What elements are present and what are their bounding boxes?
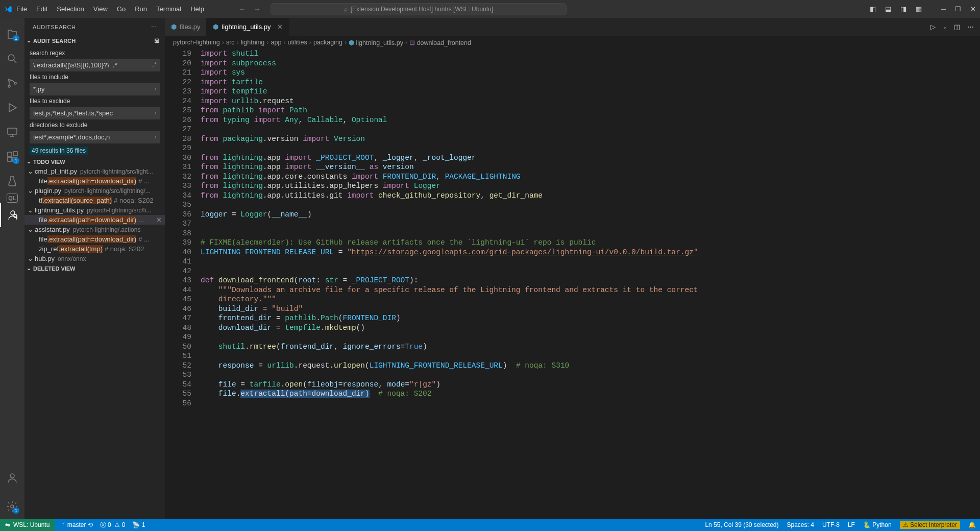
layout-panel-icon[interactable]: ⬓ [885, 5, 891, 13]
maximize-icon[interactable]: ☐ [955, 5, 961, 13]
history-icon[interactable]: › [155, 109, 157, 116]
regex-label: search regex [30, 50, 160, 57]
layout-customize-icon[interactable]: ▦ [916, 5, 922, 13]
menu-go[interactable]: Go [113, 3, 130, 15]
tree-match[interactable]: file.extractall(path=download_dir)# ... [24, 234, 165, 244]
ports-indicator[interactable]: 📡 1 [132, 521, 145, 528]
save-icon[interactable]: 🖫 [154, 38, 160, 44]
run-debug-icon[interactable] [0, 95, 24, 120]
editor-area: ⬢files.py⬢lightning_utils.py✕ ▷ ⌄ ◫ ⋯ py… [165, 18, 980, 519]
dismiss-icon[interactable]: ✕ [156, 216, 162, 224]
tree-file[interactable]: ⌄cmd_pl_init.pypytorch-lightning/src/lig… [24, 166, 165, 176]
results-tree: ⌄cmd_pl_init.pypytorch-lightning/src/lig… [24, 166, 165, 263]
regex-input[interactable] [30, 59, 160, 71]
regex-mode-icon[interactable]: .* [152, 61, 157, 68]
tree-file[interactable]: ⌄lightning_utils.pypytorch-lightning/src… [24, 205, 165, 215]
vscode-logo-icon [4, 5, 12, 13]
split-editor-icon[interactable]: ◫ [954, 23, 960, 31]
breadcrumb-segment[interactable]: ⬢ lightning_utils.py [349, 39, 403, 46]
svg-point-2 [8, 85, 10, 87]
include-input[interactable] [30, 83, 160, 95]
tab-files-py[interactable]: ⬢files.py [165, 18, 207, 36]
tree-match[interactable]: tf.extractall(source_path)# noqa: S202 [24, 196, 165, 205]
settings-gear-icon[interactable]: 1 [0, 494, 24, 519]
code-editor[interactable]: 1920212223242526272829303132333435363738… [165, 49, 980, 519]
command-center[interactable]: ⌕ [Extension Development Host] huntrs [W… [271, 3, 567, 15]
breadcrumb-segment[interactable]: utilities [288, 39, 307, 46]
breadcrumb-segment[interactable]: src [226, 39, 235, 46]
accounts-icon[interactable] [0, 466, 24, 490]
status-bar: ⇋ WSL: Ubuntu ᚶ master ⟲ ⓧ 0 ⚠ 0 📡 1 Ln … [0, 519, 980, 531]
breadcrumb-segment[interactable]: pytorch-lightning [173, 39, 220, 46]
dirs-exclude-input[interactable] [30, 131, 160, 143]
remote-indicator[interactable]: ⇋ WSL: Ubuntu [0, 519, 55, 531]
cursor-position[interactable]: Ln 55, Col 39 (30 selected) [705, 521, 778, 528]
section-deleted-view[interactable]: ⌄DELETED VIEW [24, 263, 165, 273]
tree-match[interactable]: zip_ref.extractall(tmp)# noqa: S202 [24, 244, 165, 254]
menu-terminal[interactable]: Terminal [152, 3, 185, 15]
menu-file[interactable]: File [12, 3, 31, 15]
tree-match[interactable]: file.extractall(path=download_dir)...✕ [24, 215, 165, 225]
breadcrumb-segment[interactable]: ⊡ download_frontend [409, 39, 471, 46]
tree-file[interactable]: ⌄plugin.pypytorch-lightning/src/lightnin… [24, 186, 165, 196]
encoding[interactable]: UTF-8 [822, 521, 840, 528]
svg-point-1 [8, 79, 10, 81]
notifications-icon[interactable]: 🔔 [968, 521, 976, 528]
nav-arrows: ← → [239, 5, 260, 13]
menu-view[interactable]: View [89, 3, 112, 15]
layout-sidebar-right-icon[interactable]: ◨ [900, 5, 906, 13]
section-audit-search[interactable]: ⌄AUDIT SEARCH 🖫 [24, 36, 165, 45]
badge: 1 [13, 508, 19, 514]
select-interpreter[interactable]: ⚠ Select Interpreter [900, 521, 960, 529]
problems-indicator[interactable]: ⓧ 0 ⚠ 0 [100, 521, 126, 529]
code-content[interactable]: import shutilimport subprocessimport sys… [201, 49, 934, 519]
breadcrumb[interactable]: pytorch-lightning›src›lightning›app›util… [165, 36, 980, 49]
menu-run[interactable]: Run [131, 3, 151, 15]
source-control-icon[interactable] [0, 71, 24, 95]
run-dropdown-icon[interactable]: ⌄ [943, 24, 947, 30]
search-activity-icon[interactable] [0, 46, 24, 71]
menu-edit[interactable]: Edit [32, 3, 52, 15]
close-tab-icon[interactable]: ✕ [277, 23, 283, 31]
breadcrumb-segment[interactable]: app [271, 39, 281, 46]
eol[interactable]: LF [848, 521, 855, 528]
explorer-icon[interactable]: 1 [0, 22, 24, 46]
menu-bar: FileEditSelectionViewGoRunTerminalHelp [12, 3, 208, 15]
breadcrumb-segment[interactable]: packaging [313, 39, 342, 46]
history-icon[interactable]: › [155, 133, 157, 140]
exclude-input[interactable] [30, 107, 160, 119]
extensions-icon[interactable]: 1 [0, 144, 24, 169]
testing-icon[interactable] [0, 169, 24, 194]
section-todo-view[interactable]: ⌄TODO VIEW [24, 157, 165, 166]
layout-sidebar-left-icon[interactable]: ◧ [870, 5, 876, 13]
ql-icon[interactable]: QL [7, 194, 18, 203]
close-icon[interactable]: ✕ [970, 5, 976, 13]
svg-point-12 [11, 505, 14, 508]
nav-forward-icon[interactable]: → [254, 5, 260, 13]
more-icon[interactable]: ⋯ [967, 23, 974, 31]
more-icon[interactable]: ⋯ [151, 23, 157, 30]
chevron-down-icon: ⌄ [28, 226, 35, 233]
nav-back-icon[interactable]: ← [239, 5, 246, 13]
editor-tabs: ⬢files.py⬢lightning_utils.py✕ ▷ ⌄ ◫ ⋯ [165, 18, 980, 36]
menu-selection[interactable]: Selection [53, 3, 88, 15]
auditsearch-activity-icon[interactable] [0, 203, 24, 227]
breadcrumb-segment[interactable]: lightning [241, 39, 265, 46]
tree-match[interactable]: file.extractall(path=download_dir)# ... [24, 176, 165, 186]
minimap[interactable] [934, 49, 980, 519]
exclude-label: files to exclude [30, 98, 160, 105]
minimize-icon[interactable]: ─ [941, 5, 946, 13]
python-file-icon: ⬢ [171, 23, 177, 31]
branch-indicator[interactable]: ᚶ master ⟲ [62, 521, 92, 528]
language-mode[interactable]: 🐍 Python [863, 521, 892, 528]
chevron-down-icon: ⌄ [28, 206, 35, 214]
tree-file[interactable]: ⌄assistant.pypytorch-lightning/.actions [24, 225, 165, 234]
history-icon[interactable]: › [155, 85, 157, 92]
remote-explorer-icon[interactable] [0, 120, 24, 144]
indentation[interactable]: Spaces: 4 [787, 521, 814, 528]
chevron-down-icon: ⌄ [28, 255, 35, 262]
tree-file[interactable]: ⌄hub.pyonnx/onnx [24, 254, 165, 263]
run-icon[interactable]: ▷ [930, 23, 936, 31]
menu-help[interactable]: Help [186, 3, 208, 15]
tab-lightning_utils-py[interactable]: ⬢lightning_utils.py✕ [207, 18, 289, 36]
